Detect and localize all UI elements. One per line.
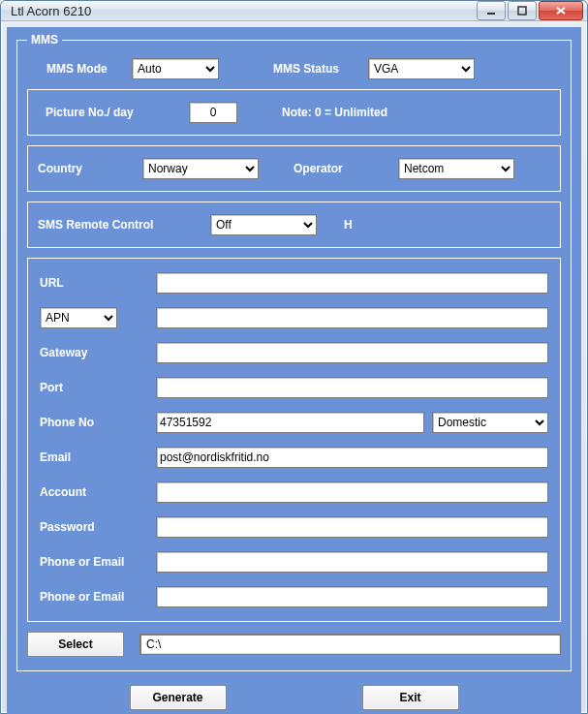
mms-status-label: MMS Status — [273, 62, 360, 76]
close-icon — [555, 6, 567, 16]
sms-select[interactable]: Off — [210, 214, 317, 235]
email-input[interactable] — [156, 447, 548, 468]
select-button[interactable]: Select — [27, 632, 124, 657]
phone-row: Domestic — [156, 412, 548, 433]
app-window: Ltl Acorn 6210 MMS MMS Mode Auto M — [0, 0, 588, 714]
operator-select[interactable]: Netcom — [398, 158, 514, 179]
client-area: MMS MMS Mode Auto MMS Status VGA Picture… — [7, 27, 581, 714]
mms-mode-select[interactable]: Auto — [132, 58, 219, 79]
form-grid: URL APN Gateway Port Phone No Domesti — [40, 272, 548, 607]
password-label: Password — [40, 520, 146, 534]
bottom-buttons: Generate Exit — [16, 685, 572, 710]
country-operator-box: Country Norway Operator Netcom — [27, 145, 561, 192]
mms-status-select[interactable]: VGA — [368, 58, 475, 79]
sms-box: SMS Remote Control Off H — [27, 202, 561, 248]
gateway-label: Gateway — [40, 346, 146, 359]
phone-type-select[interactable]: Domestic — [432, 412, 548, 433]
extra1-input[interactable] — [156, 551, 548, 573]
path-display: C:\ — [139, 634, 561, 655]
form-box: URL APN Gateway Port Phone No Domesti — [27, 258, 561, 622]
password-input[interactable] — [156, 516, 548, 538]
port-label: Port — [40, 381, 146, 394]
port-input[interactable] — [156, 377, 548, 398]
phone-label: Phone No — [40, 416, 146, 429]
path-row: Select C:\ — [27, 632, 561, 657]
account-input[interactable] — [156, 481, 548, 503]
mms-top-row: MMS Mode Auto MMS Status VGA — [27, 58, 561, 79]
url-input[interactable] — [156, 272, 548, 294]
sms-suffix: H — [344, 218, 353, 232]
exit-button[interactable]: Exit — [362, 685, 459, 710]
mms-group: MMS MMS Mode Auto MMS Status VGA Picture… — [16, 33, 572, 671]
window-controls — [477, 1, 583, 20]
maximize-icon — [517, 6, 527, 16]
country-label: Country — [38, 162, 135, 175]
extra1-label: Phone or Email — [40, 555, 146, 569]
svg-rect-1 — [518, 7, 526, 15]
account-label: Account — [40, 485, 146, 499]
url-label: URL — [40, 276, 146, 290]
country-select[interactable]: Norway — [142, 158, 259, 179]
gateway-input[interactable] — [156, 342, 548, 363]
email-label: Email — [40, 450, 146, 464]
generate-button[interactable]: Generate — [130, 685, 227, 710]
phone-input[interactable] — [156, 412, 424, 433]
operator-label: Operator — [294, 162, 390, 175]
mms-mode-label: MMS Mode — [46, 62, 124, 76]
extra2-label: Phone or Email — [40, 590, 146, 604]
mms-legend: MMS — [27, 33, 62, 47]
minimize-icon — [486, 6, 496, 16]
titlebar: Ltl Acorn 6210 — [1, 1, 587, 21]
maximize-button[interactable] — [508, 1, 537, 20]
close-button[interactable] — [539, 1, 583, 20]
apn-input[interactable] — [156, 307, 548, 328]
minimize-button[interactable] — [477, 1, 506, 20]
picture-note: Note: 0 = Unlimited — [282, 106, 387, 119]
window-title: Ltl Acorn 6210 — [11, 4, 477, 18]
apn-select[interactable]: APN — [40, 307, 117, 328]
picture-input[interactable] — [189, 102, 237, 123]
picture-label: Picture No./ day — [46, 106, 181, 119]
sms-label: SMS Remote Control — [38, 218, 202, 232]
picture-box: Picture No./ day Note: 0 = Unlimited — [27, 89, 561, 136]
extra2-input[interactable] — [156, 586, 548, 607]
